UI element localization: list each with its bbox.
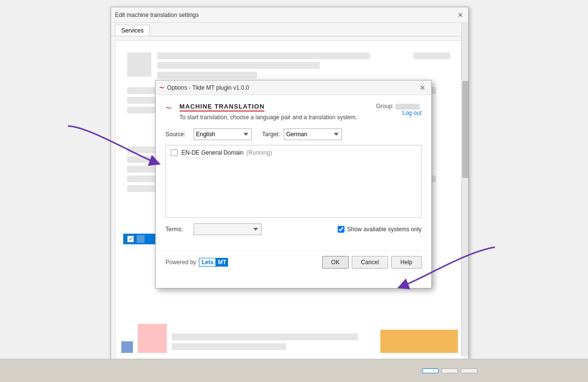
inner-title-left: ~ Options - Tilde MT plugin v1.0.0 <box>160 83 249 92</box>
outer-dialog-tabs: Services <box>111 23 468 36</box>
lets-part: Lets <box>199 258 216 267</box>
systems-list: EN-DE General Domain (Running) <box>165 145 422 218</box>
tab-services[interactable]: Services <box>115 25 150 36</box>
outer-close-icon[interactable]: ✕ <box>457 11 464 19</box>
bg-block-1 <box>127 52 151 77</box>
system-name: EN-DE General Domain <box>181 149 244 156</box>
group-label: Group: <box>376 103 394 110</box>
bg-row <box>157 72 257 79</box>
list-item: EN-DE General Domain (Running) <box>168 147 419 158</box>
terms-row: Terms: Show available systems only <box>165 223 422 235</box>
group-area: Group: Log out <box>376 103 422 116</box>
bottom-btn-3[interactable] <box>461 368 477 373</box>
system-status: (Running) <box>246 149 272 156</box>
show-available-checkbox[interactable] <box>338 226 344 233</box>
show-available-row: Show available systems only <box>338 226 422 233</box>
dialog-buttons: OK Cancel Help <box>322 256 422 269</box>
bg-row <box>413 52 450 59</box>
terms-label: Terms: <box>165 226 190 233</box>
source-label: Source: <box>165 131 190 138</box>
outer-dialog-titlebar: Edit machine translation settings ✕ <box>111 7 468 23</box>
cancel-button[interactable]: Cancel <box>352 256 388 269</box>
check-icon: ✓ <box>129 237 132 242</box>
powered-by-text: Powered by <box>165 259 196 266</box>
bottom-orange-block <box>380 330 458 353</box>
bg-row <box>172 343 286 350</box>
log-out-link[interactable]: Log out <box>402 110 422 116</box>
show-available-label: Show available systems only <box>347 226 422 233</box>
mt-subtitle: To start translation, choose a language … <box>180 113 376 122</box>
source-select[interactable]: English German French <box>194 128 252 140</box>
bottom-blue-block <box>121 341 133 353</box>
terms-select[interactable] <box>194 223 261 235</box>
tilde-logo-icon: ~ <box>160 83 164 92</box>
bg-row <box>157 52 370 59</box>
target-select[interactable]: German English French <box>284 128 342 140</box>
scrollbar-thumb[interactable] <box>462 81 468 178</box>
mt-part: MT <box>216 258 228 267</box>
row-checkbox: ✓ <box>127 236 134 242</box>
powered-by: Powered by LetsMT <box>165 258 228 267</box>
bottom-pink-block <box>138 324 167 353</box>
target-label: Target: <box>256 131 280 138</box>
mt-section-title: MACHINE TRANSLATION <box>180 103 264 111</box>
language-row: Source: English German French Target: Ge… <box>165 128 422 140</box>
outer-dialog-title: Edit machine translation settings <box>115 12 199 18</box>
bottom-bar-buttons <box>422 368 477 373</box>
system-checkbox[interactable] <box>171 149 178 156</box>
row-text <box>137 235 145 243</box>
inner-dialog: ~ Options - Tilde MT plugin v1.0.0 ✕ ~ M… <box>155 80 432 288</box>
mt-title-block: MACHINE TRANSLATION To start translation… <box>180 103 376 122</box>
bg-row <box>157 62 320 69</box>
bottom-btn-1[interactable] <box>422 368 439 373</box>
bottom-btn-2[interactable] <box>441 368 458 373</box>
inner-titlebar: ~ Options - Tilde MT plugin v1.0.0 ✕ <box>156 80 431 95</box>
lets-mt-logo: LetsMT <box>199 258 228 267</box>
inner-close-icon[interactable]: ✕ <box>418 84 427 92</box>
bottom-bar <box>0 359 588 382</box>
tilde-decoration-icon: ~ <box>165 103 172 113</box>
group-value <box>395 104 420 110</box>
inner-dialog-footer: Powered by LetsMT OK Cancel Help <box>156 251 431 275</box>
scrollbar[interactable] <box>461 23 468 356</box>
inner-dialog-body: ~ MACHINE TRANSLATION To start translati… <box>156 95 431 251</box>
bg-row <box>172 334 358 340</box>
help-button[interactable]: Help <box>391 256 422 269</box>
inner-dialog-title: Options - Tilde MT plugin v1.0.0 <box>167 84 249 91</box>
ok-button[interactable]: OK <box>322 256 349 269</box>
